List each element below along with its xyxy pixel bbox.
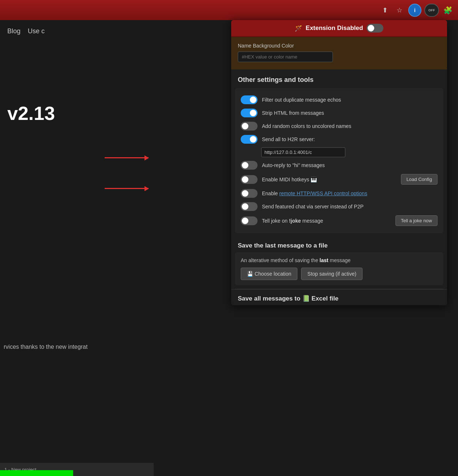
toggle-auto-reply[interactable] (241, 161, 258, 170)
setting-filter-duplicates: Filter out duplicate message echos (241, 93, 438, 106)
setting-midi: Enable MIDI hotkeys 🎹 Load Config (241, 172, 438, 187)
share-icon[interactable]: ⬆ (379, 4, 391, 16)
chat-badge[interactable]: OFF (424, 4, 439, 17)
save-desc-bold: last (320, 257, 329, 263)
toggle-slider-off5 (241, 202, 258, 211)
bg-version: v2.13 (7, 102, 55, 124)
chat-badge-text: OFF (428, 8, 435, 12)
toggle-slider-on (241, 95, 258, 104)
bg-nav: Blog Use c (0, 20, 154, 42)
excel-section-header: Save all messages to 📗 Excel file (231, 289, 447, 305)
label-strip-html: Strip HTML from messages (262, 110, 438, 116)
label-bold-joke: !joke (289, 218, 301, 224)
label-prefix-remote: Enable (262, 190, 279, 196)
toggle-slider-off6 (241, 216, 258, 225)
choose-location-button[interactable]: 💾 Choose location (241, 268, 297, 280)
toggle-slider-off4 (241, 189, 258, 198)
extension-popup: 🪄 Extension Disabled Name Background Col… (231, 20, 447, 305)
color-label: Name Background Color (238, 43, 440, 49)
save-desc-suffix: message (329, 257, 351, 263)
setting-auto-reply: Auto-reply to "hi" messages (241, 159, 438, 172)
toggle-random-colors[interactable] (241, 122, 258, 131)
label-auto-reply: Auto-reply to "hi" messages (262, 162, 438, 168)
toggle-filter-duplicates[interactable] (241, 95, 258, 104)
stop-saving-button[interactable]: Stop saving (if active) (301, 268, 363, 280)
popup-header: 🪄 Extension Disabled (231, 20, 447, 37)
label-tell-joke: Tell joke on !joke message (262, 218, 391, 224)
save-section-header: Save the last message to a file (231, 237, 447, 252)
save-buttons: 💾 Choose location Stop saving (if active… (241, 268, 438, 280)
avatar-icon[interactable]: i (408, 4, 421, 17)
toggle-midi[interactable] (241, 175, 258, 184)
bg-green-bar (0, 470, 73, 476)
bg-nav-blog: Blog (7, 27, 20, 35)
toggle-slider-off2 (241, 161, 258, 170)
arrow-h2r (105, 188, 149, 189)
label-remote-http: Enable remote HTTP/WSS API control optio… (262, 190, 438, 196)
star-icon[interactable]: ☆ (394, 4, 405, 16)
setting-strip-html: Strip HTML from messages (241, 106, 438, 120)
extension-icon: 🪄 (295, 25, 302, 32)
save-desc-prefix: An alterative method of saving the (241, 257, 320, 263)
label-prefix-joke: Tell joke on (262, 218, 289, 224)
setting-random-colors: Add random colors to uncolored names (241, 120, 438, 133)
arrow-strip-html (105, 157, 149, 158)
toggle-slider-off3 (241, 175, 258, 184)
color-section: Name Background Color (231, 37, 447, 69)
other-settings-header: Other settings and tools (231, 69, 447, 88)
label-midi: Enable MIDI hotkeys 🎹 (262, 177, 397, 182)
label-featured-chat: Send featured chat via server instead of… (262, 204, 438, 209)
toggle-slider-off1 (241, 122, 258, 131)
h2r-server-input[interactable] (261, 147, 345, 157)
label-filter-duplicates: Filter out duplicate message echos (262, 97, 438, 103)
setting-remote-http: Enable remote HTTP/WSS API control optio… (241, 187, 438, 200)
label-h2r: Send all to H2R server: (262, 136, 438, 142)
toggle-slider-h2r (241, 135, 258, 144)
save-description: An alterative method of saving the last … (241, 257, 438, 263)
browser-toolbar: ⬆ ☆ i OFF 🧩 (0, 0, 458, 20)
extension-toggle[interactable] (367, 24, 383, 33)
bg-text-bottom: rvices thanks to the new integrat (4, 344, 87, 350)
remote-http-link[interactable]: remote HTTP/WSS API control options (279, 190, 367, 196)
label-random-colors: Add random colors to uncolored names (262, 123, 438, 129)
toggle-remote-http[interactable] (241, 189, 258, 198)
settings-panel: Filter out duplicate message echos Strip… (235, 88, 443, 233)
toggle-slider-on2 (241, 109, 258, 117)
load-config-button[interactable]: Load Config (401, 174, 438, 185)
puzzle-icon[interactable]: 🧩 (442, 4, 454, 16)
color-input[interactable] (238, 52, 333, 62)
toggle-h2r[interactable] (241, 135, 258, 144)
toggle-slider (367, 24, 383, 33)
popup-title: Extension Disabled (306, 24, 363, 32)
toggle-featured-chat[interactable] (241, 202, 258, 211)
bg-nav-usec: Use c (28, 27, 45, 35)
setting-tell-joke: Tell joke on !joke message Tell a joke n… (241, 213, 438, 228)
label-suffix-joke: message (301, 218, 323, 224)
tell-joke-button[interactable]: Tell a joke now (395, 215, 438, 226)
setting-h2r: Send all to H2R server: (241, 133, 438, 146)
save-panel: An alterative method of saving the last … (235, 252, 443, 285)
setting-featured-chat: Send featured chat via server instead of… (241, 200, 438, 213)
toggle-tell-joke[interactable] (241, 216, 258, 225)
toggle-strip-html[interactable] (241, 109, 258, 117)
